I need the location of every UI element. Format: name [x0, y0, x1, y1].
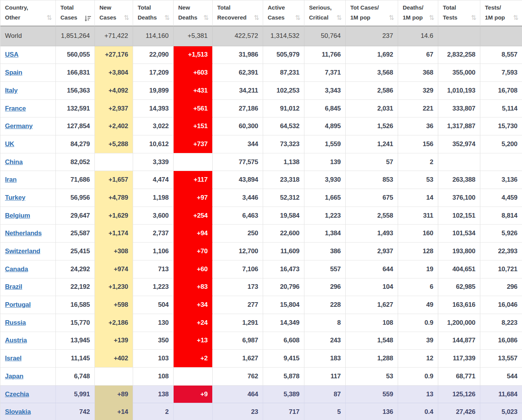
cell-cases_per_1m: 2,937 [346, 243, 398, 260]
cell-tests_per_1m: 16,046 [480, 296, 522, 314]
cell-total_cases: 29,647 [56, 207, 95, 225]
cell-cases_per_1m: 1,692 [346, 46, 398, 64]
country-link[interactable]: Slovakia [5, 408, 31, 415]
cell-active_cases: 23,318 [263, 171, 304, 189]
cell-total_deaths: 1,106 [133, 243, 174, 260]
cell-deaths_per_1m: 0.9 [398, 314, 438, 332]
country-link[interactable]: Belgium [5, 212, 30, 219]
cell-total_tests: 263,388 [438, 171, 480, 189]
country-link[interactable]: Czechia [5, 391, 29, 398]
cell-country: Canada [0, 260, 56, 278]
country-link[interactable]: Israel [5, 355, 21, 362]
cell-total_tests: 404,651 [438, 260, 480, 278]
table-row: Spain166,831+3,80417,209+60362,39187,231… [0, 64, 522, 82]
country-link[interactable]: Iran [5, 176, 16, 183]
cell-tests_per_1m: 5,926 [480, 225, 522, 243]
country-link[interactable]: Netherlands [5, 230, 42, 237]
country-link[interactable]: Brazil [5, 283, 22, 290]
table-row: Austria13,945+139350+136,9876,6082431,54… [0, 332, 522, 350]
cell-cases_per_1m: 2,558 [346, 207, 398, 225]
covid-stats-table-wrap: Country,Other⇅TotalCasesNewCases⇅TotalDe… [0, 0, 522, 420]
column-header-tests_per_1m[interactable]: Tests/1M pop⇅ [480, 0, 522, 26]
cell-tests_per_1m: 8,557 [480, 46, 522, 64]
cell-deaths_per_1m: 311 [398, 207, 438, 225]
cell-total_tests: 1,010,193 [438, 82, 480, 100]
column-header-active_cases[interactable]: ActiveCases⇅ [263, 0, 304, 26]
country-link[interactable]: Austria [5, 337, 27, 344]
cell-new_cases: +402 [95, 350, 133, 368]
table-row: Germany127,854+2,4023,022+15160,30064,53… [0, 117, 522, 135]
cell-deaths_per_1m: 0.9 [398, 368, 438, 386]
cell-total_deaths: 713 [133, 260, 174, 278]
cell-cases_per_1m: 108 [346, 314, 398, 332]
cell-total_deaths: 17,209 [133, 64, 174, 82]
header-row: Country,Other⇅TotalCasesNewCases⇅TotalDe… [0, 0, 522, 26]
column-header-total_recovered[interactable]: TotalRecovered⇅ [213, 0, 263, 26]
country-link[interactable]: China [5, 158, 23, 166]
cell-cases_per_1m: 1,241 [346, 135, 398, 153]
cell-total_cases: 71,686 [56, 171, 95, 189]
cell-new_deaths: +13 [174, 332, 213, 350]
cell-total_cases: 5,991 [56, 386, 95, 404]
column-header-total_cases[interactable]: TotalCases [56, 0, 95, 26]
cell-new_deaths: +60 [174, 260, 213, 278]
cell-total_deaths: 1,223 [133, 278, 174, 296]
country-link[interactable]: Canada [5, 265, 28, 273]
column-label-new_deaths: NewDeaths [178, 3, 197, 23]
cell-deaths_per_1m: 6 [398, 278, 438, 296]
cell-cases_per_1m: 136 [346, 403, 398, 420]
cell-deaths_per_1m: 14.6 [398, 26, 438, 46]
country-link[interactable]: Italy [5, 87, 18, 94]
cell-cases_per_1m: 1,493 [346, 225, 398, 243]
cell-new_deaths: +431 [174, 82, 213, 100]
cell-total_cases: 6,748 [56, 368, 95, 386]
sort-icon: ⇅ [164, 15, 170, 21]
cell-tests_per_1m: 5,200 [480, 135, 522, 153]
column-header-new_cases[interactable]: NewCases⇅ [95, 0, 133, 26]
cell-new_deaths: +9 [174, 386, 213, 404]
column-header-serious_critical[interactable]: Serious,Critical⇅ [304, 0, 346, 26]
cell-cases_per_1m: 57 [346, 153, 398, 171]
cell-new_deaths [174, 403, 213, 420]
cell-cases_per_1m: 559 [346, 386, 398, 404]
country-link[interactable]: France [5, 105, 26, 112]
cell-new_deaths: +561 [174, 100, 213, 118]
cell-deaths_per_1m: 0.4 [398, 403, 438, 420]
column-label-deaths_per_1m: Deaths/1M pop [403, 3, 423, 23]
column-header-country[interactable]: Country,Other⇅ [0, 0, 56, 26]
cell-country: China [0, 153, 56, 171]
cell-serious_critical: 3,930 [304, 171, 346, 189]
cell-new_cases: +4,092 [95, 82, 133, 100]
cell-new_deaths: +34 [174, 296, 213, 314]
cell-deaths_per_1m: 53 [398, 171, 438, 189]
cell-total_tests [438, 26, 480, 46]
column-header-cases_per_1m[interactable]: Tot Cases/1M pop⇅ [346, 0, 398, 26]
cell-new_cases: +308 [95, 243, 133, 260]
cell-active_cases: 11,609 [263, 243, 304, 260]
column-header-new_deaths[interactable]: NewDeaths⇅ [174, 0, 213, 26]
cell-active_cases: 1,314,532 [263, 26, 304, 46]
column-header-total_tests[interactable]: TotalTests⇅ [438, 0, 480, 26]
country-link[interactable]: Germany [5, 122, 33, 130]
cell-deaths_per_1m: 36 [398, 117, 438, 135]
table-row: USA560,055+27,17622,090+1,51331,986505,9… [0, 46, 522, 64]
country-link[interactable]: Russia [5, 319, 26, 326]
cell-tests_per_1m: 544 [480, 368, 522, 386]
country-link[interactable]: Switzerland [5, 247, 40, 255]
cell-total_recovered: 1,627 [213, 350, 263, 368]
country-link[interactable]: USA [5, 51, 18, 58]
cell-cases_per_1m: 1,526 [346, 117, 398, 135]
country-link[interactable]: Spain [5, 69, 22, 76]
cell-country: France [0, 100, 56, 118]
column-header-total_deaths[interactable]: TotalDeaths⇅ [133, 0, 174, 26]
cell-cases_per_1m: 3,568 [346, 64, 398, 82]
country-link[interactable]: Portugal [5, 301, 31, 308]
sort-icon: ⇅ [124, 15, 129, 21]
column-header-deaths_per_1m[interactable]: Deaths/1M pop⇅ [398, 0, 438, 26]
country-link[interactable]: Turkey [5, 194, 25, 201]
cell-serious_critical: 386 [304, 243, 346, 260]
country-link[interactable]: Japan [5, 373, 23, 380]
cell-new_deaths: +70 [174, 243, 213, 260]
country-link[interactable]: UK [5, 140, 14, 148]
column-label-total_cases: TotalCases [60, 3, 77, 23]
